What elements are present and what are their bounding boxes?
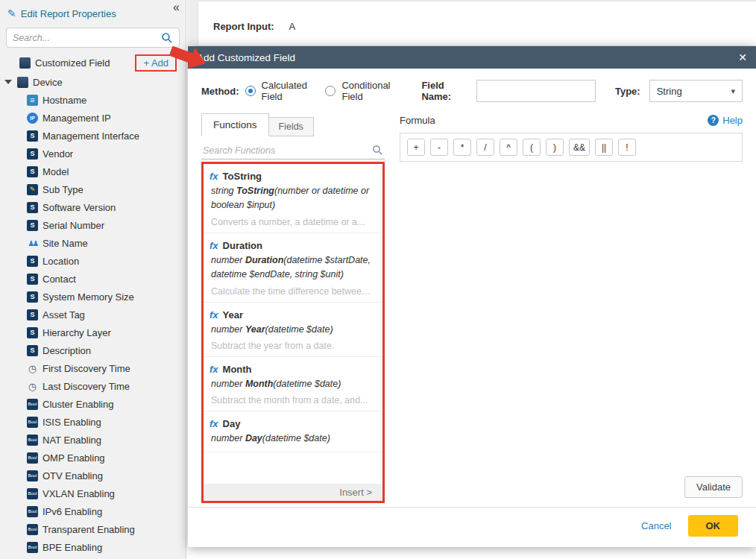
cancel-button[interactable]: Cancel bbox=[641, 520, 671, 531]
function-item[interactable]: fx Duration number Duration(datetime $st… bbox=[204, 233, 382, 303]
tree-item-label: ISIS Enabling bbox=[42, 417, 101, 428]
tree-item[interactable]: Cluster Enabling bbox=[0, 395, 186, 413]
close-icon[interactable]: ✕ bbox=[738, 51, 747, 63]
help-link[interactable]: ? Help bbox=[708, 115, 743, 126]
tree-item[interactable]: BPE Enabling bbox=[0, 538, 186, 556]
tree-item-label: Last Discovery Time bbox=[42, 381, 130, 392]
tree-item[interactable]: Vendor bbox=[0, 145, 186, 162]
search-icon[interactable] bbox=[372, 145, 383, 156]
tree-item-label: Location bbox=[42, 256, 79, 267]
string-icon bbox=[27, 345, 38, 356]
function-item[interactable]: fx Year number Year(datetime $date) Subt… bbox=[204, 303, 382, 357]
tree-item-label: First Discovery Time bbox=[42, 363, 130, 374]
site-icon bbox=[27, 238, 38, 249]
operator-button[interactable]: && bbox=[569, 139, 590, 156]
tree-item[interactable]: VXLAN Enabling bbox=[0, 484, 186, 502]
tree-item[interactable]: System Memory Size bbox=[0, 288, 186, 306]
string-icon bbox=[27, 130, 38, 142]
fx-icon: fx bbox=[210, 364, 218, 375]
tree-item[interactable]: Description bbox=[0, 341, 186, 359]
tree-item[interactable]: OTV Enabling bbox=[0, 467, 186, 484]
operator-button[interactable]: ( bbox=[523, 139, 541, 156]
tree-item[interactable]: Serial Number bbox=[0, 216, 186, 234]
insert-button[interactable]: Insert > bbox=[204, 484, 382, 501]
formula-editor[interactable] bbox=[400, 162, 743, 472]
tab-functions[interactable]: Functions bbox=[201, 113, 269, 136]
tree-item[interactable]: Transparent Enabling bbox=[0, 520, 186, 538]
device-group-label: Device bbox=[33, 77, 63, 88]
tree-item[interactable]: Management IP bbox=[0, 109, 186, 127]
tree-item-label: Hierarchy Layer bbox=[42, 327, 111, 338]
tree-item[interactable]: Hostname bbox=[0, 91, 186, 109]
operator-button[interactable]: - bbox=[430, 139, 448, 156]
formula-label: Formula bbox=[400, 115, 435, 126]
sidebar-search-input[interactable] bbox=[13, 33, 161, 43]
function-item[interactable]: fx Day number Day(datetime $date) bbox=[204, 411, 382, 452]
operator-button[interactable]: ^ bbox=[500, 139, 517, 156]
operator-button[interactable]: ) bbox=[546, 139, 564, 156]
clock-icon bbox=[27, 363, 38, 374]
field-name-input[interactable] bbox=[476, 80, 596, 102]
function-description: Calculate the time difference betwee... bbox=[210, 286, 377, 297]
report-input-value: A bbox=[289, 21, 296, 32]
ok-button[interactable]: OK bbox=[688, 515, 739, 537]
function-item[interactable]: fx ToString string ToString(number or da… bbox=[204, 164, 382, 233]
clock-icon bbox=[27, 381, 38, 392]
tree-item[interactable]: Contact bbox=[0, 270, 186, 288]
tree-item[interactable]: OMP Enabling bbox=[0, 449, 186, 467]
tree-item[interactable]: Site Name bbox=[0, 234, 186, 252]
string-icon bbox=[27, 274, 38, 285]
tree-item[interactable]: Asset Tag bbox=[0, 306, 186, 323]
string-icon bbox=[27, 291, 38, 303]
tree-item[interactable]: NAT Enabling bbox=[0, 431, 186, 449]
tree-item[interactable]: Model bbox=[0, 162, 186, 180]
radio-calculated-field[interactable] bbox=[245, 86, 256, 96]
function-search-input[interactable] bbox=[203, 145, 372, 156]
tree-item-label: OTV Enabling bbox=[42, 470, 103, 481]
device-tree: Hostname Management IP Management Interf… bbox=[0, 91, 186, 556]
chevron-down-icon: ▾ bbox=[731, 86, 735, 96]
tree-item[interactable]: Last Discovery Time bbox=[0, 377, 186, 395]
edit-report-properties-panel: ✎ Edit Report Properties « Customized Fi… bbox=[0, 0, 186, 559]
tree-item[interactable]: Management Interface bbox=[0, 127, 186, 145]
string-icon bbox=[27, 256, 38, 267]
bool-icon bbox=[27, 452, 38, 464]
tree-item[interactable]: ISIS Enabling bbox=[0, 413, 186, 431]
tree-group-device[interactable]: Device bbox=[0, 73, 186, 91]
type-select[interactable]: String ▾ bbox=[649, 80, 743, 102]
tree-item[interactable]: First Discovery Time bbox=[0, 359, 186, 377]
report-input-row: Report Input: A bbox=[213, 21, 295, 32]
tree-item-label: Site Name bbox=[42, 238, 88, 249]
function-name: Day bbox=[223, 418, 241, 429]
tree-item[interactable]: IPv6 Enabling bbox=[0, 502, 186, 520]
operator-button[interactable]: / bbox=[476, 139, 494, 156]
tree-item-label: Asset Tag bbox=[42, 309, 85, 320]
radio-conditional-field-label[interactable]: Conditional Field bbox=[341, 80, 402, 102]
function-description: Subtract the year from a date. bbox=[210, 341, 377, 351]
tree-item[interactable]: Software Version bbox=[0, 198, 186, 216]
radio-calculated-field-label[interactable]: Calculated Field bbox=[262, 80, 320, 102]
tree-item-customized-field[interactable]: Customized Field + Add bbox=[0, 52, 186, 73]
tree-item[interactable]: Sub Type bbox=[0, 180, 186, 198]
string-icon bbox=[27, 309, 38, 320]
radio-conditional-field[interactable] bbox=[325, 86, 336, 96]
formula-header: Formula ? Help bbox=[400, 113, 743, 133]
collapse-panel-icon[interactable]: « bbox=[173, 1, 180, 14]
string-icon bbox=[27, 166, 38, 177]
operator-button[interactable]: || bbox=[595, 139, 613, 156]
pencil-icon: ✎ bbox=[7, 7, 16, 19]
bool-icon bbox=[27, 524, 38, 535]
operator-button[interactable]: + bbox=[407, 139, 425, 156]
operator-button[interactable]: ! bbox=[618, 139, 636, 156]
search-icon[interactable] bbox=[161, 32, 173, 44]
function-item[interactable]: fx Month number Month(datetime $date) Su… bbox=[204, 357, 382, 411]
tab-fields[interactable]: Fields bbox=[269, 117, 314, 136]
help-label: Help bbox=[722, 115, 743, 126]
operator-button[interactable]: * bbox=[453, 139, 471, 156]
tree-item[interactable]: Location bbox=[0, 252, 186, 270]
expand-caret-icon[interactable] bbox=[4, 80, 12, 84]
tree-item-label: System Memory Size bbox=[42, 291, 134, 303]
tree-item[interactable]: Hierarchy Layer bbox=[0, 323, 186, 341]
validate-button[interactable]: Validate bbox=[684, 476, 743, 498]
bool-icon bbox=[27, 470, 38, 481]
